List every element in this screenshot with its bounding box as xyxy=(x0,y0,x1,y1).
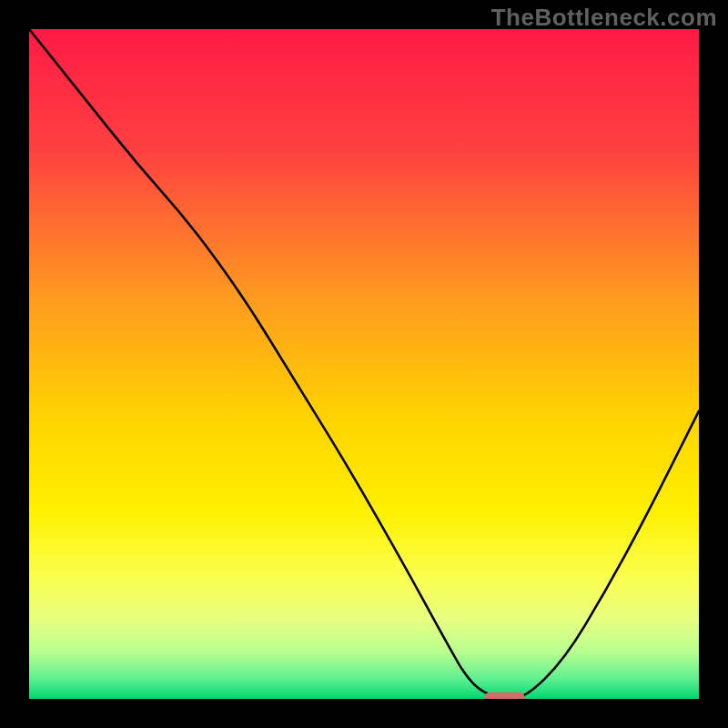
chart-frame: TheBottleneck.com xyxy=(0,0,728,728)
watermark-label: TheBottleneck.com xyxy=(491,4,717,32)
optimal-marker xyxy=(484,693,524,699)
chart-plot xyxy=(29,29,699,699)
gradient-background xyxy=(29,29,699,699)
